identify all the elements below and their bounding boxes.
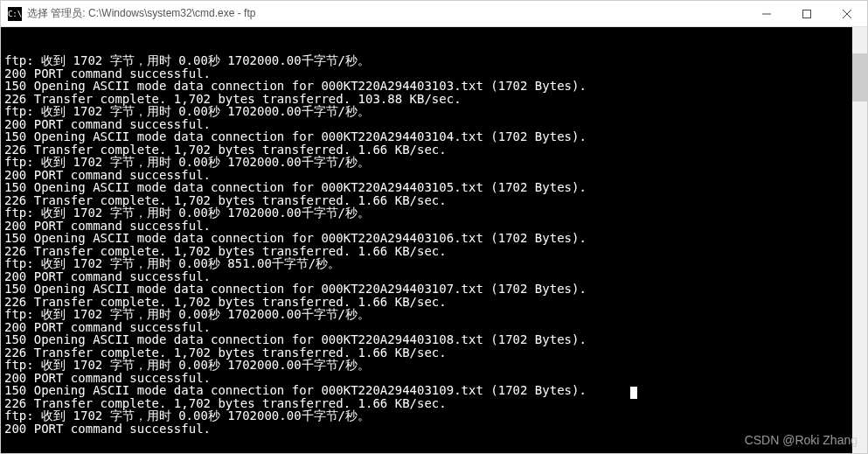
terminal-line: 150 Opening ASCII mode data connection f…	[4, 232, 864, 245]
terminal-line: 226 Transfer complete. 1,702 bytes trans…	[4, 245, 864, 258]
terminal-line: 150 Opening ASCII mode data connection f…	[4, 181, 864, 194]
terminal-line: 226 Transfer complete. 1,702 bytes trans…	[4, 397, 864, 410]
minimize-button[interactable]	[746, 1, 787, 26]
terminal-line: ftp: 收到 1702 字节，用时 0.00秒 1702000.00千字节/秒…	[4, 308, 864, 321]
terminal-line: 200 PORT command successful.	[4, 118, 864, 131]
terminal-line: ftp: 收到 1702 字节，用时 0.00秒 1702000.00千字节/秒…	[4, 156, 864, 169]
terminal-line: 226 Transfer complete. 1,702 bytes trans…	[4, 296, 864, 309]
terminal-line: 226 Transfer complete. 1,702 bytes trans…	[4, 143, 864, 157]
terminal-output[interactable]: ftp: 收到 1702 字节，用时 0.00秒 1702000.00千字节/秒…	[1, 27, 867, 453]
terminal-line: 150 Opening ASCII mode data connection f…	[4, 283, 864, 296]
terminal-line: 200 PORT command successful.	[4, 270, 864, 283]
terminal-line: ftp: 收到 1702 字节，用时 0.00秒 1702000.00千字节/秒…	[4, 54, 864, 67]
titlebar[interactable]: C:\ 选择 管理员: C:\Windows\system32\cmd.exe …	[1, 1, 867, 27]
terminal-line: ftp: 收到 1702 字节，用时 0.00秒 1702000.00千字节/秒…	[4, 105, 864, 118]
terminal-line: 150 Opening ASCII mode data connection f…	[4, 384, 864, 397]
app-window: C:\ 选择 管理员: C:\Windows\system32\cmd.exe …	[0, 0, 868, 454]
svg-rect-1	[803, 10, 811, 17]
terminal-line: 200 PORT command successful.	[4, 220, 864, 233]
terminal-line: 226 Transfer complete. 1,702 bytes trans…	[4, 93, 864, 106]
terminal-line: 200 PORT command successful.	[4, 423, 864, 436]
terminal-line: 150 Opening ASCII mode data connection f…	[4, 333, 864, 346]
terminal-line: 150 Opening ASCII mode data connection f…	[4, 80, 864, 93]
terminal-line: ftp: 收到 1702 字节，用时 0.00秒 1702000.00千字节/秒…	[4, 359, 864, 372]
terminal-line: 226 Transfer complete. 1,702 bytes trans…	[4, 194, 864, 207]
maximize-button[interactable]	[787, 1, 827, 26]
terminal-line: 200 PORT command successful.	[4, 372, 864, 385]
terminal-line: ftp: 收到 1702 字节，用时 0.00秒 1702000.00千字节/秒…	[4, 206, 864, 220]
scrollbar-track[interactable]	[852, 27, 867, 453]
terminal-line: ftp: 收到 1702 字节，用时 0.00秒 851.00千字节/秒。	[4, 257, 864, 270]
terminal-line: ftp: 收到 1702 字节，用时 0.00秒 1702000.00千字节/秒…	[4, 409, 864, 423]
terminal-line: 150 Opening ASCII mode data connection f…	[4, 130, 864, 143]
terminal-line: 200 PORT command successful.	[4, 67, 864, 80]
window-title: 选择 管理员: C:\Windows\system32\cmd.exe - ft…	[27, 6, 746, 21]
close-button[interactable]	[827, 1, 867, 26]
window-controls	[746, 1, 867, 26]
text-cursor	[630, 387, 637, 399]
terminal-line: 200 PORT command successful.	[4, 321, 864, 334]
scrollbar-thumb[interactable]	[852, 53, 867, 101]
terminal-line: 226 Transfer complete. 1,702 bytes trans…	[4, 346, 864, 360]
cmd-icon: C:\	[8, 7, 22, 21]
terminal-line: 200 PORT command successful.	[4, 169, 864, 182]
